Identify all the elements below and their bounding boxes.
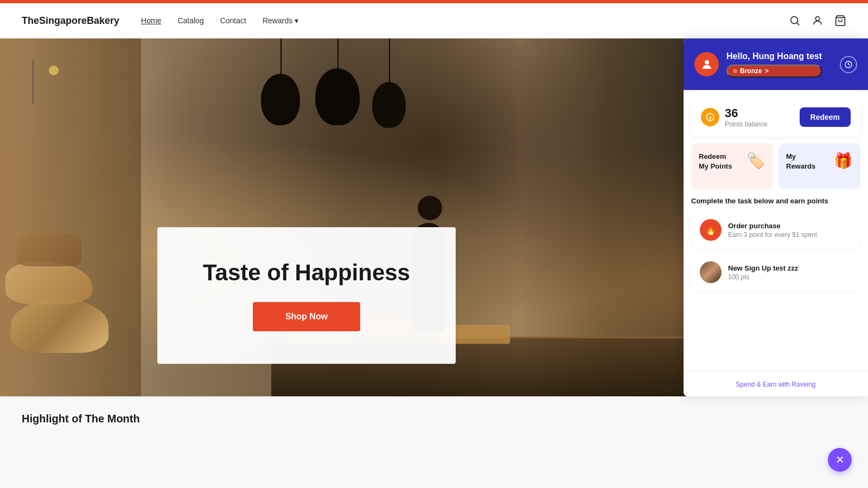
points-coin-icon: $ xyxy=(701,108,719,126)
svg-text:$: $ xyxy=(709,115,712,120)
nav-item-home[interactable]: Home xyxy=(141,16,161,25)
cart-icon[interactable] xyxy=(834,15,846,27)
shop-now-button[interactable]: Shop Now xyxy=(253,302,360,331)
bread-item-3 xyxy=(16,234,81,266)
shelf-light-1 xyxy=(33,60,34,104)
header-left: TheSingaporeBakery Home Catalog Contact … xyxy=(22,15,298,27)
panel-header-left: Hello, Hung Hoang test Bronze > xyxy=(694,52,822,78)
redeem-points-text: Redeem My Points xyxy=(699,152,732,171)
main-nav: Home Catalog Contact Rewards ▾ xyxy=(141,16,298,25)
svg-point-0 xyxy=(791,17,798,24)
brand-name: TheSingaporeBakery xyxy=(22,15,119,27)
lamp-cord-3 xyxy=(389,38,390,82)
nav-item-rewards[interactable]: Rewards ▾ xyxy=(263,16,298,25)
chevron-down-icon: ▾ xyxy=(295,16,298,25)
rewards-panel: Hello, Hung Hoang test Bronze > $ xyxy=(684,38,868,396)
tasks-title: Complete the task below and earn points xyxy=(691,197,860,205)
task-2-name: New Sign Up test zzz xyxy=(728,264,852,272)
close-rewards-button[interactable]: ✕ xyxy=(828,448,852,472)
lamp-cord-2 xyxy=(337,38,339,68)
task-2-info: New Sign Up test zzz 100 pts xyxy=(728,264,852,281)
redeem-points-icon: 🏷️ xyxy=(746,152,765,170)
svg-line-1 xyxy=(797,23,799,25)
redeem-button[interactable]: Redeem xyxy=(800,107,851,127)
bread-item-1 xyxy=(11,299,108,353)
points-balance-card: $ 36 Points balance Redeem xyxy=(691,98,860,137)
bronze-dot xyxy=(733,69,737,73)
my-rewards-card[interactable]: My Rewards 🎁 xyxy=(778,143,860,189)
bottom-section: Highlight of The Month xyxy=(0,396,868,488)
panel-header: Hello, Hung Hoang test Bronze > xyxy=(684,38,868,90)
my-rewards-text: My Rewards xyxy=(786,152,815,171)
svg-point-4 xyxy=(705,60,709,65)
redeem-points-card[interactable]: Redeem My Points 🏷️ xyxy=(691,143,773,189)
points-label: Points balance xyxy=(725,120,768,128)
points-info: 36 Points balance xyxy=(725,106,768,128)
panel-footer: Spend & Earn with Raveing xyxy=(684,371,868,396)
task-1-desc: Earn 3 point for every $1 spent xyxy=(728,231,852,239)
search-icon[interactable] xyxy=(789,15,801,27)
bread-item-2 xyxy=(5,261,92,304)
hero-content-card: Taste of Happiness Shop Now xyxy=(157,227,456,364)
action-cards: Redeem My Points 🏷️ My Rewards 🎁 xyxy=(691,143,860,189)
task-new-signup[interactable]: New Sign Up test zzz 100 pts xyxy=(691,254,860,291)
nav-item-contact[interactable]: Contact xyxy=(220,16,246,25)
svg-point-2 xyxy=(815,17,819,21)
my-rewards-icon: 🎁 xyxy=(834,152,853,170)
user-info: Hello, Hung Hoang test Bronze > xyxy=(726,52,822,78)
order-purchase-icon: 🔥 xyxy=(700,219,722,241)
history-button[interactable] xyxy=(840,56,857,73)
signup-task-icon xyxy=(700,261,722,283)
nav-item-catalog[interactable]: Catalog xyxy=(177,16,203,25)
highlight-title: Highlight of The Month xyxy=(22,413,846,425)
hero-title: Taste of Happiness xyxy=(179,260,434,286)
bakery-shelf-left xyxy=(0,38,141,396)
account-icon[interactable] xyxy=(812,15,824,27)
raveing-footer-link[interactable]: Spend & Earn with Raveing xyxy=(736,381,816,388)
header: TheSingaporeBakery Home Catalog Contact … xyxy=(0,3,868,38)
task-2-desc: 100 pts xyxy=(728,273,852,281)
lamp-cord-1 xyxy=(280,38,282,74)
tasks-section: Complete the task below and earn points … xyxy=(684,189,868,371)
bronze-tier-badge[interactable]: Bronze > xyxy=(726,65,822,78)
header-right xyxy=(789,15,846,27)
task-1-info: Order purchase Earn 3 point for every $1… xyxy=(728,222,852,239)
task-order-purchase[interactable]: 🔥 Order purchase Earn 3 point for every … xyxy=(691,211,860,248)
hanging-lamp-2 xyxy=(315,68,360,125)
user-avatar xyxy=(694,52,719,76)
hanging-lamp-1 xyxy=(261,74,300,125)
points-value: 36 xyxy=(725,106,768,120)
bulb-1 xyxy=(49,66,59,75)
hanging-lamp-3 xyxy=(372,82,406,128)
task-1-name: Order purchase xyxy=(728,222,852,230)
panel-greeting: Hello, Hung Hoang test xyxy=(726,52,822,61)
points-left: $ 36 Points balance xyxy=(701,106,768,128)
